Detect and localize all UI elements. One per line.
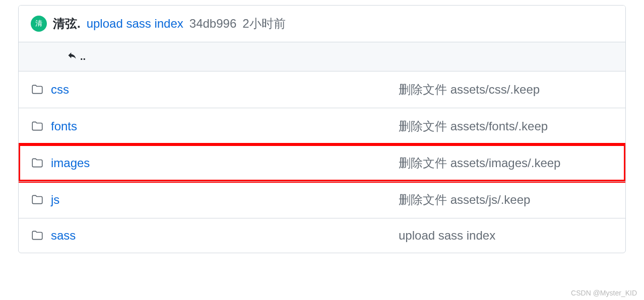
reply-arrow-icon (67, 50, 77, 63)
commit-message-cell[interactable]: 删除文件 assets/css/.keep (399, 82, 613, 98)
file-row: sassupload sass index (19, 218, 625, 253)
commit-time: 2小时前 (242, 16, 285, 32)
file-row: images删除文件 assets/images/.keep (19, 144, 625, 181)
commit-message-cell[interactable]: 删除文件 assets/fonts/.keep (399, 118, 613, 134)
folder-icon (31, 157, 44, 170)
folder-link[interactable]: images (51, 156, 90, 170)
file-name-cell: sass (31, 229, 399, 243)
commit-hash[interactable]: 34db996 (189, 17, 236, 31)
commit-message-cell[interactable]: 删除文件 assets/images/.keep (399, 155, 613, 171)
folder-icon (31, 193, 44, 206)
folder-link[interactable]: sass (51, 229, 76, 243)
file-name-cell: images (31, 156, 399, 170)
folder-link[interactable]: js (51, 193, 59, 207)
author-name[interactable]: 清弦. (53, 16, 81, 32)
folder-icon (31, 120, 44, 133)
folder-link[interactable]: css (51, 83, 69, 97)
latest-commit-header: 清 清弦. upload sass index 34db996 2小时前 (19, 6, 625, 42)
file-list: css删除文件 assets/css/.keepfonts删除文件 assets… (19, 71, 625, 253)
file-row: css删除文件 assets/css/.keep (19, 71, 625, 108)
file-name-cell: js (31, 193, 399, 207)
file-name-cell: css (31, 83, 399, 97)
parent-dots: .. (80, 51, 86, 62)
watermark: CSDN @Myster_KID (571, 289, 637, 297)
commit-message-cell[interactable]: upload sass index (399, 229, 613, 243)
author-avatar[interactable]: 清 (31, 16, 47, 32)
file-browser-panel: 清 清弦. upload sass index 34db996 2小时前 .. … (18, 5, 626, 253)
parent-directory-link[interactable]: .. (19, 42, 625, 71)
file-row: fonts删除文件 assets/fonts/.keep (19, 108, 625, 144)
folder-icon (31, 83, 44, 96)
file-row: js删除文件 assets/js/.keep (19, 181, 625, 218)
commit-message-link[interactable]: upload sass index (87, 17, 183, 31)
folder-link[interactable]: fonts (51, 119, 77, 133)
commit-message-cell[interactable]: 删除文件 assets/js/.keep (399, 192, 613, 208)
file-name-cell: fonts (31, 119, 399, 133)
folder-icon (31, 229, 44, 242)
